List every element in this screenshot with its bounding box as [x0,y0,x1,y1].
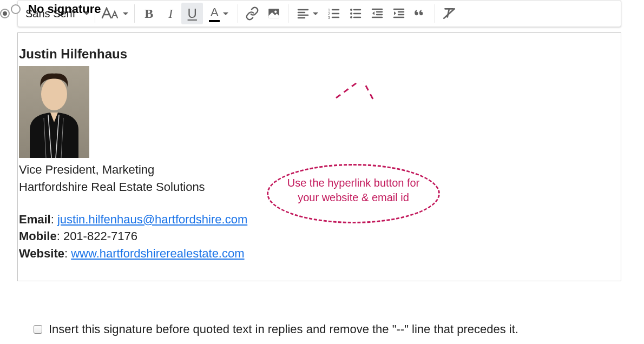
caret-down-icon [84,12,89,15]
indent-less-icon [371,7,384,20]
signature-name: Justin Hilfenhaus [19,45,621,64]
radio-no-signature[interactable] [11,4,21,14]
bulleted-list-button[interactable] [345,3,366,24]
indent-more-button[interactable] [388,3,410,24]
signature-format-toolbar: Sans Serif B I U A [17,0,621,27]
signature-email-link[interactable]: justin.hilfenhaus@hartfordshire.com [57,213,247,226]
radio-use-signature[interactable] [0,9,10,18]
insert-before-quoted-checkbox[interactable] [34,325,42,334]
caret-down-icon [123,12,128,15]
quote-icon [413,6,428,21]
image-icon [267,6,281,21]
signature-website-link[interactable]: www.hartfordshirerealestate.com [71,247,244,260]
link-icon [245,6,259,21]
text-color-dropdown[interactable]: A [203,3,234,24]
signature-editor[interactable]: Justin Hilfenhaus Vice President, Market… [17,32,621,281]
bold-button[interactable]: B [138,3,160,24]
caret-down-icon [223,12,228,15]
svg-point-8 [41,78,67,110]
font-size-icon [101,7,120,20]
font-family-dropdown[interactable]: Sans Serif [20,3,91,24]
underline-button[interactable]: U [181,3,203,24]
svg-text:1: 1 [328,8,330,12]
font-size-dropdown[interactable] [98,3,131,24]
svg-point-7 [350,16,352,18]
bulleted-list-icon [349,7,362,20]
insert-before-quoted-label: Insert this signature before quoted text… [49,322,518,336]
align-dropdown[interactable] [292,3,323,24]
indent-more-icon [392,7,405,20]
remove-format-icon [442,6,456,21]
signature-company: Hartfordshire Real Estate Solutions [19,178,621,196]
italic-button[interactable]: I [160,3,181,24]
signature-photo [19,66,89,158]
signature-title: Vice President, Marketing [19,161,621,178]
blockquote-button[interactable] [410,3,431,24]
numbered-list-icon: 1 2 3 [327,7,340,20]
align-left-icon [297,7,310,20]
font-family-label: Sans Serif [25,8,81,20]
svg-point-6 [350,12,352,15]
signature-mobile-line: Mobile: 201-822-7176 [19,228,621,245]
signature-email-line: Email: justin.hilfenhaus@hartfordshire.c… [19,211,621,228]
svg-point-1 [274,11,277,13]
insert-link-button[interactable] [241,3,263,24]
caret-down-icon [313,12,318,15]
svg-point-5 [350,9,352,11]
signature-website-line: Website: www.hartfordshirerealestate.com [19,245,621,262]
remove-formatting-button[interactable] [438,3,460,24]
svg-text:2: 2 [328,12,330,16]
indent-less-button[interactable] [366,3,388,24]
svg-text:3: 3 [328,16,330,19]
numbered-list-button[interactable]: 1 2 3 [323,3,345,24]
insert-image-button[interactable] [263,3,285,24]
